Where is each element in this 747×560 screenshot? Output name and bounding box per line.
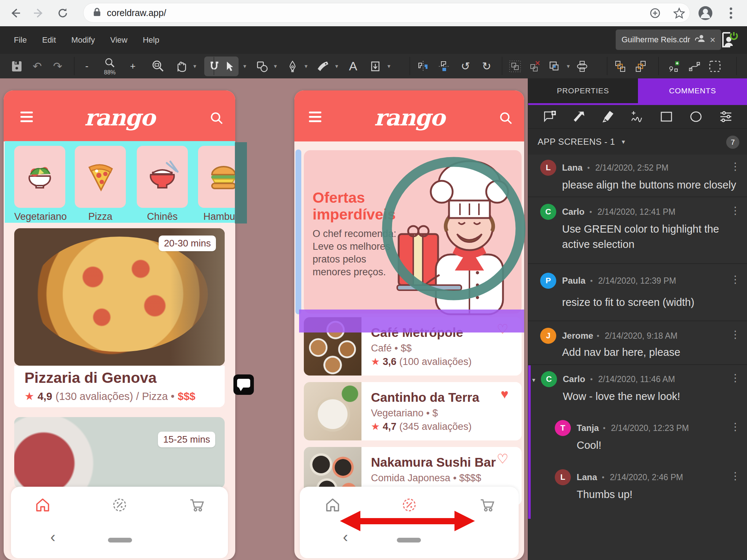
kebab-menu-icon[interactable]: ⋮ xyxy=(730,421,741,433)
import-tool-caret-icon[interactable]: ▾ xyxy=(387,63,390,70)
undo-icon[interactable]: ↶ xyxy=(30,59,44,74)
zoom-out-button[interactable]: - xyxy=(80,59,94,74)
comment-item[interactable]: C Carlo • 2/14/2020, 12:41 PM ⋮ Use GREE… xyxy=(528,198,747,264)
search-icon[interactable] xyxy=(498,110,514,128)
rotate-cw-icon[interactable]: ↻ xyxy=(479,59,494,74)
arrow-annotation-icon[interactable] xyxy=(573,110,586,123)
bring-forward-icon[interactable] xyxy=(613,59,627,74)
pen-tool-caret-icon[interactable]: ▾ xyxy=(305,63,307,70)
home-icon[interactable] xyxy=(325,497,341,514)
search-icon[interactable] xyxy=(209,110,225,128)
home-indicator-pill[interactable] xyxy=(397,538,421,542)
close-document-icon[interactable]: × xyxy=(710,34,715,46)
zoom-in-button[interactable]: + xyxy=(125,59,140,74)
comment-section-row[interactable]: APP SCREENS - 1 ▾ 7 xyxy=(528,128,747,155)
pen-tool[interactable] xyxy=(285,59,300,74)
pan-hand-icon[interactable] xyxy=(174,59,188,74)
edit-path-icon[interactable] xyxy=(687,59,702,74)
text-tool[interactable]: A xyxy=(346,59,360,74)
kebab-menu-icon[interactable]: ⋮ xyxy=(730,470,741,482)
android-back-chevron[interactable]: ‹ xyxy=(50,533,55,541)
kebab-menu-icon[interactable]: ⋮ xyxy=(730,205,741,217)
marker-pen-icon[interactable] xyxy=(602,110,614,123)
menu-file[interactable]: File xyxy=(14,26,27,54)
distribute-objects-icon[interactable] xyxy=(437,59,452,74)
knife-tool[interactable] xyxy=(316,59,330,74)
add-node-icon[interactable] xyxy=(667,59,681,74)
menu-edit[interactable]: Edit xyxy=(42,26,56,54)
browser-back-icon[interactable] xyxy=(7,5,23,21)
category-hamburger[interactable] xyxy=(198,146,235,208)
document-tab[interactable]: Guilherme Reis.cdr × xyxy=(616,30,721,50)
comment-item[interactable]: J Jerome • 2/14/2020, 9:18 AM ⋮ Add nav … xyxy=(528,322,747,365)
transform-icon[interactable] xyxy=(575,59,589,74)
zoom-to-page-icon[interactable] xyxy=(150,59,165,74)
combine-objects-icon[interactable] xyxy=(547,59,562,74)
selection-shadow-rect[interactable] xyxy=(235,142,247,223)
pan-tool-caret-icon[interactable]: ▾ xyxy=(193,63,196,70)
comment-thread[interactable]: ▾ C Carlo • 2/14/2020, 11:46 AM ⋮ Wow - … xyxy=(528,365,747,519)
rectangle-annotation-icon[interactable] xyxy=(660,110,673,123)
ungroup-objects-icon[interactable] xyxy=(527,59,542,74)
blue-annotation-strip[interactable] xyxy=(295,149,301,314)
collapse-thread-caret-icon[interactable]: ▾ xyxy=(532,376,535,384)
browser-menu-kebab-icon[interactable] xyxy=(723,5,739,21)
add-comment-icon[interactable] xyxy=(543,110,557,123)
pick-tool[interactable] xyxy=(219,57,239,76)
browser-reload-icon[interactable] xyxy=(55,5,71,21)
shapes-tool-caret-icon[interactable]: ▾ xyxy=(274,63,277,70)
kebab-menu-icon[interactable]: ⋮ xyxy=(730,160,741,172)
kebab-menu-icon[interactable]: ⋮ xyxy=(730,273,741,285)
menu-help[interactable]: Help xyxy=(143,26,159,54)
section-caret-icon[interactable]: ▾ xyxy=(622,138,625,146)
bookmark-star-icon[interactable] xyxy=(671,5,687,21)
zoom-page-icon[interactable] xyxy=(647,5,663,21)
group-objects-icon[interactable] xyxy=(508,59,522,74)
save-icon[interactable] xyxy=(9,59,24,74)
marquee-select-icon[interactable] xyxy=(708,59,722,74)
combine-caret-icon[interactable]: ▾ xyxy=(567,63,570,70)
rotate-ccw-icon[interactable]: ↺ xyxy=(458,59,473,74)
category-vegetariano[interactable] xyxy=(14,146,65,208)
cart-icon[interactable] xyxy=(479,497,496,514)
android-back-chevron[interactable]: ‹ xyxy=(343,533,348,541)
restaurant-card[interactable]: Cantinho da Terra Vegetariano • $ ★ 4,7 … xyxy=(304,382,522,440)
browser-forward-icon[interactable] xyxy=(31,5,47,21)
category-selection-band[interactable]: Vegetariano Pizza Chinês xyxy=(5,141,235,223)
send-backward-icon[interactable] xyxy=(633,59,648,74)
menu-modify[interactable]: Modify xyxy=(71,26,95,54)
category-chines[interactable] xyxy=(137,146,188,208)
home-icon[interactable] xyxy=(35,497,51,514)
filter-settings-icon[interactable] xyxy=(719,110,733,123)
cart-icon[interactable] xyxy=(189,497,206,514)
pizza-photo[interactable]: 20-30 mins xyxy=(14,228,225,366)
comment-item[interactable]: P Paula • 2/14/2020, 12:39 PM ⋮ resize t… xyxy=(528,265,747,321)
salad-photo[interactable]: 15-25 mins xyxy=(14,417,225,488)
freehand-draw-icon[interactable] xyxy=(630,110,644,124)
sign-in-icon[interactable] xyxy=(718,29,739,52)
browser-profile-avatar[interactable] xyxy=(697,5,713,21)
offers-icon[interactable] xyxy=(112,497,128,514)
red-arrow-annotation[interactable] xyxy=(340,509,475,533)
purple-bar-annotation[interactable] xyxy=(299,310,524,332)
align-objects-icon[interactable] xyxy=(416,59,430,74)
restaurant-info-card[interactable]: Pizzaria di Genova ★ 4,9 (130 avaliações… xyxy=(14,366,225,407)
favorite-heart-icon[interactable]: ♡ xyxy=(497,451,508,467)
zoom-tool-icon[interactable]: 88% xyxy=(99,56,120,77)
ellipse-annotation-icon[interactable] xyxy=(689,110,703,123)
kebab-menu-icon[interactable]: ⋮ xyxy=(730,328,741,341)
favorite-heart-icon[interactable]: ♥ xyxy=(501,386,508,402)
design-canvas[interactable]: rango Vegetariano xyxy=(0,78,528,560)
redo-icon[interactable]: ↷ xyxy=(50,59,65,74)
home-indicator-pill[interactable] xyxy=(108,538,132,542)
teal-circle-annotation[interactable] xyxy=(379,154,528,303)
shapes-tool[interactable] xyxy=(255,59,269,74)
menu-view[interactable]: View xyxy=(110,26,127,54)
comment-item[interactable]: L Lana • 2/14/2020, 2:52 PM ⋮ please ali… xyxy=(528,155,747,197)
import-tool[interactable] xyxy=(368,59,383,74)
kebab-menu-icon[interactable]: ⋮ xyxy=(730,372,741,384)
address-bar[interactable]: coreldraw.app/ xyxy=(83,3,690,23)
tab-properties[interactable]: PROPERTIES xyxy=(528,78,638,103)
tab-comments[interactable]: COMMENTS xyxy=(638,78,747,103)
pick-tool-caret-icon[interactable]: ▾ xyxy=(243,63,246,70)
